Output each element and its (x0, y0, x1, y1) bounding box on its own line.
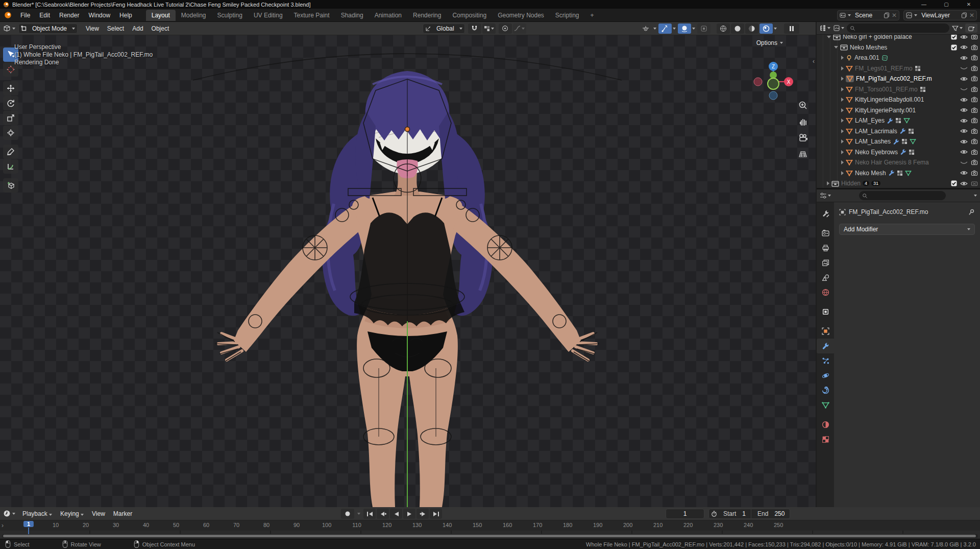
disclosure-open-icon[interactable] (834, 46, 838, 49)
disclosure-closed-icon[interactable] (827, 181, 829, 185)
playhead[interactable] (28, 528, 29, 535)
workspace-tab-animation[interactable]: Animation (369, 10, 407, 21)
disclosure-closed-icon[interactable] (841, 56, 844, 60)
eye-open-icon[interactable] (960, 118, 968, 124)
disclosure-closed-icon[interactable] (841, 98, 844, 102)
eye-open-icon[interactable] (960, 35, 968, 40)
outliner-row[interactable]: FM_Legs01_REF.mo (817, 63, 980, 74)
pan-control[interactable] (798, 117, 807, 126)
timeline-track[interactable] (0, 531, 980, 534)
camera-visibility-icon[interactable] (971, 55, 978, 61)
gizmos-toggle[interactable] (658, 23, 672, 34)
disclosure-closed-icon[interactable] (841, 108, 844, 112)
add-workspace-button[interactable]: + (585, 10, 600, 21)
copy-icon[interactable] (884, 12, 890, 18)
outliner-filter-button[interactable] (952, 25, 963, 32)
overlays-toggle[interactable] (678, 23, 691, 34)
prev-key-button[interactable] (377, 509, 389, 519)
pause-render-button[interactable] (784, 23, 799, 34)
camera-visibility-icon[interactable] (971, 117, 978, 124)
add-modifier-dropdown[interactable]: Add Modifier (839, 224, 975, 235)
collection-checkbox[interactable] (951, 35, 957, 40)
eye-open-icon[interactable] (960, 107, 968, 113)
zoom-control[interactable] (798, 101, 807, 110)
xray-toggle[interactable] (697, 23, 710, 34)
properties-editor-type[interactable] (820, 192, 831, 199)
mode-selector[interactable]: Object Mode (18, 23, 78, 34)
pin-icon[interactable] (968, 209, 975, 216)
camera-visibility-icon[interactable] (971, 76, 978, 82)
disclosure-open-icon[interactable] (827, 36, 831, 38)
outliner-display-mode[interactable] (833, 25, 844, 32)
properties-tab-physics[interactable] (817, 368, 834, 383)
properties-tab-material[interactable] (817, 417, 834, 432)
eye-open-icon[interactable] (960, 170, 968, 176)
camera-visibility-icon[interactable] (971, 149, 978, 155)
workspace-tab-uv-editing[interactable]: UV Editing (248, 10, 288, 21)
menu-window[interactable]: Window (84, 10, 115, 21)
new-collection-button[interactable] (965, 23, 977, 33)
camera-visibility-icon[interactable] (971, 159, 978, 165)
timeline-menu-marker[interactable]: Marker (109, 508, 136, 519)
maximize-button[interactable]: ▢ (935, 0, 958, 9)
outliner-row[interactable]: Area.001 (817, 53, 980, 63)
outliner-row[interactable]: LAM_Eyes (817, 115, 980, 126)
close-button[interactable]: ✕ (958, 0, 980, 9)
visibility-dropdown[interactable] (639, 23, 656, 34)
viewport-menu-select[interactable]: Select (103, 23, 128, 34)
timeline-ruler[interactable]: › 11020304050607080901001101201301401501… (0, 520, 980, 531)
eye-open-icon[interactable] (960, 181, 968, 186)
auto-key-record-button[interactable] (341, 509, 354, 519)
perspective-toggle-control[interactable] (798, 150, 807, 159)
scene-selector[interactable]: Scene ✕ (837, 10, 899, 20)
viewport-canvas[interactable]: User Perspective (1) Whole File Neko | F… (0, 35, 816, 507)
eye-open-icon[interactable] (960, 76, 968, 82)
shading-material-button[interactable] (745, 23, 758, 34)
timeline-menu-view[interactable]: View (88, 508, 109, 519)
workspace-tab-rendering[interactable]: Rendering (407, 10, 447, 21)
jump-first-button[interactable] (363, 509, 376, 519)
viewport-menu-object[interactable]: Object (148, 23, 174, 34)
disclosure-closed-icon[interactable] (841, 77, 844, 81)
outliner-row[interactable]: Neko Eyebrows (817, 147, 980, 157)
properties-tab-tool[interactable] (817, 206, 834, 221)
properties-tab-render[interactable] (817, 226, 834, 241)
properties-search-input[interactable] (859, 191, 946, 200)
properties-tab-object-props[interactable] (817, 304, 834, 319)
disclosure-closed-icon[interactable] (841, 139, 844, 144)
properties-tab-constraints[interactable] (817, 383, 834, 398)
frame-end-field[interactable]: End 250 (751, 509, 790, 519)
disclosure-closed-icon[interactable] (841, 118, 844, 123)
eye-closed-icon[interactable] (960, 86, 968, 92)
collection-checkbox[interactable] (951, 44, 957, 51)
properties-tab-data[interactable] (817, 398, 834, 413)
transform-orientation[interactable]: Global (423, 23, 465, 34)
snap-settings-dropdown[interactable] (482, 23, 496, 34)
timeline-editor-type[interactable] (3, 510, 17, 517)
eye-open-icon[interactable] (960, 44, 968, 50)
workspace-tab-geometry-nodes[interactable]: Geometry Nodes (492, 10, 550, 21)
outliner-row[interactable]: KittyLingerieBabydoll.001 (817, 94, 980, 105)
camera-visibility-icon[interactable] (971, 138, 978, 145)
shading-rendered-button[interactable] (760, 23, 773, 34)
sidebar-toggle[interactable]: ‹ (813, 58, 815, 65)
frame-start-field[interactable]: Start 1 (708, 509, 751, 519)
outliner-row[interactable]: Neko girl + golden palace (817, 35, 980, 42)
workspace-tab-compositing[interactable]: Compositing (447, 10, 492, 21)
outliner-row[interactable]: FM_PigTail_Acc002_REF.m (817, 74, 980, 84)
eye-open-icon[interactable] (960, 149, 968, 155)
camera-visibility-icon[interactable] (971, 86, 978, 92)
play-button[interactable] (403, 509, 415, 519)
collection-checkbox[interactable] (951, 180, 957, 186)
disclosure-closed-icon[interactable] (841, 87, 844, 91)
workspace-tab-shading[interactable]: Shading (335, 10, 369, 21)
outliner-row[interactable]: KittyLingeriePanty.001 (817, 105, 980, 115)
camera-visibility-icon[interactable] (971, 180, 978, 186)
unlink-scene-icon[interactable]: ✕ (892, 12, 897, 19)
disclosure-closed-icon[interactable] (841, 150, 844, 154)
properties-tab-modifiers[interactable] (817, 339, 834, 353)
properties-tab-view-layer[interactable] (817, 255, 834, 270)
shading-solid-button[interactable] (731, 23, 744, 34)
viewport-menu-add[interactable]: Add (128, 23, 147, 34)
properties-tab-particles[interactable] (817, 353, 834, 368)
